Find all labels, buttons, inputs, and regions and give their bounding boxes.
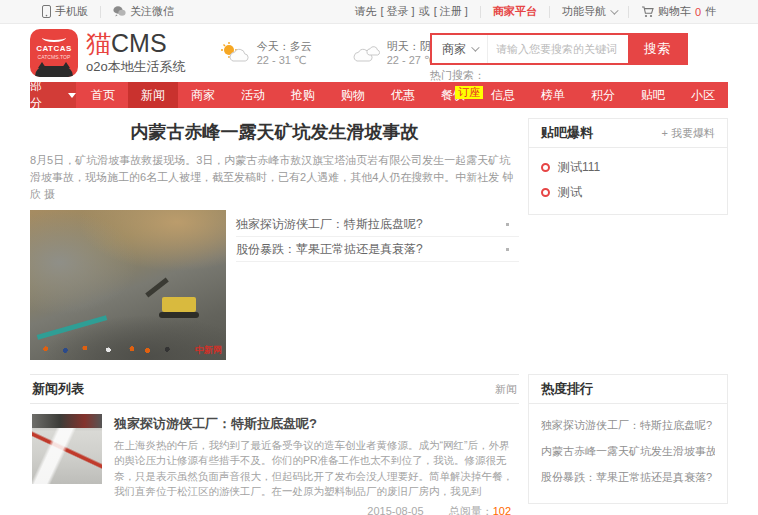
register-link[interactable]: [ 注册 ] [434,4,468,19]
site-name-block: 猫CMS o2o本地生活系统 [86,30,186,76]
nav-item-tieba[interactable]: 贴吧 [628,82,678,108]
site-header: CATCAS CATCMS.TOP 猫CMS o2o本地生活系统 今天：多云 2… [0,24,758,82]
news-views-count: 102 [493,505,511,515]
weather-tomorrow-temp: 22 - 27 ℃ [387,54,437,67]
weather-today-temp: 22 - 31 ℃ [257,54,312,67]
related-link-text: 股份暴跌：苹果正常掂还是真衰落? [236,241,423,258]
login-link[interactable]: [ 登录 ] [380,4,414,19]
logo-domain: CATCMS.TOP [34,54,75,59]
merchant-platform-link[interactable]: 商家平台 [481,0,549,23]
follow-wechat-link[interactable]: 关注微信 [101,0,186,23]
article-image[interactable]: 中新网 [30,210,226,360]
logo-smile-shape [42,33,66,42]
nav-items: 首页 新闻 商家 活动 抢购 购物 优惠 餐饮 信息 榜单 积分 贴吧 小区 [78,82,728,108]
main-nav: 全部分类 首页 新闻 商家 活动 抢购 购物 优惠 餐饮 信息 榜单 积分 贴吧… [30,82,728,108]
cart-label: 购物车 [658,4,691,19]
cloud-icon [350,42,380,64]
nav-item-home[interactable]: 首页 [78,82,128,108]
rank-item[interactable]: 股份暴跌：苹果正常掂还是真衰落? [541,465,715,491]
cart-link[interactable]: 购物车 0 件 [629,0,728,23]
nav-item-news[interactable]: 新闻 [128,82,178,108]
features-nav-dropdown[interactable]: 功能导航 [550,0,628,23]
news-list-section: 新闻列表 新闻 独家探访游侠工厂：特斯拉底盘呢? 在上海炎热的午后，我约到了最近… [30,374,519,515]
site-title: 猫CMS [86,30,186,56]
news-thumbnail-car-chassis[interactable] [32,414,102,484]
news-item: 独家探访游侠工厂：特斯拉底盘呢? 在上海炎热的午后，我约到了最近备受争议的造车创… [30,404,519,515]
main-content: 内蒙古赤峰一露天矿坑发生滑坡事故 8月5日，矿坑滑坡事故救援现场。3日，内蒙古赤… [30,110,728,515]
news-list-title: 新闻列表 [32,380,84,398]
tieba-box: 贴吧爆料 + 我要爆料 测试111 测试 [528,118,728,215]
news-item-title[interactable]: 独家探访游侠工厂：特斯拉底盘呢? [114,415,517,433]
related-link-text: 独家探访游侠工厂：特斯拉底盘呢? [236,216,423,233]
cart-unit: 件 [705,4,716,19]
tieba-list: 测试111 测试 [529,148,727,214]
weather-today-text: 今天：多云 22 - 31 ℃ [257,39,312,67]
cat-icon [35,66,73,77]
search-bar: 商家 搜索 [430,33,688,65]
chevron-down-icon [471,43,479,51]
article-media-row: 中新网 独家探访游侠工厂：特斯拉底盘呢? 股份暴跌：苹果正常掂还是真衰落? [30,210,519,360]
mobile-phone-icon [42,5,51,18]
follow-wechat-label: 关注微信 [130,4,174,19]
mobile-version-link[interactable]: 手机版 [30,0,100,23]
news-more-link[interactable]: 新闻 [495,382,517,397]
nav-item-coupons[interactable]: 优惠 [378,82,428,108]
top-utility-bar: 手机版 关注微信 请先 [ 登录 ] 或 [ 注册 ] 商家平台 功能导航 [0,0,758,24]
hot-ranking-box: 热度排行 独家探访游侠工厂：特斯拉底盘呢? 内蒙古赤峰一露天矿坑发生滑坡事故 股… [528,374,728,504]
hot-ranking-list: 独家探访游侠工厂：特斯拉底盘呢? 内蒙古赤峰一露天矿坑发生滑坡事故 股份暴跌：苹… [529,404,727,503]
tieba-item[interactable]: 测试111 [541,155,715,180]
features-nav-label: 功能导航 [562,4,606,19]
news-views-label: 总阅量： [449,505,493,515]
second-row: 新闻列表 新闻 独家探访游侠工厂：特斯拉底盘呢? 在上海炎热的午后，我约到了最近… [30,374,728,515]
rank-item[interactable]: 内蒙古赤峰一露天矿坑发生滑坡事故 [541,439,715,465]
wechat-icon [113,6,126,17]
search-button[interactable]: 搜索 [628,35,686,63]
search-category-value: 商家 [442,41,466,58]
site-logo[interactable]: CATCAS CATCMS.TOP [30,29,78,77]
nav-item-flash-buy[interactable]: 抢购 [278,82,328,108]
tieba-item[interactable]: 测试 [541,180,715,205]
tieba-item-text: 测试111 [558,159,600,176]
related-link[interactable]: 股份暴跌：苹果正常掂还是真衰落? [236,237,519,262]
related-link[interactable]: 独家探访游侠工厂：特斯拉底盘呢? [236,212,519,237]
sun-cloud-icon [220,42,250,64]
hot-search-label: 热门搜索： [430,68,485,83]
nav-item-shopping[interactable]: 购物 [328,82,378,108]
logo-text: CATCAS [30,44,78,53]
tieba-box-title: 贴吧爆料 [541,124,593,142]
or-text: 或 [419,4,430,19]
nav-item-points[interactable]: 积分 [578,82,628,108]
nav-item-community[interactable]: 小区 [678,82,728,108]
tieba-item-text: 测试 [558,184,582,201]
search-category-dropdown[interactable]: 商家 [432,35,488,63]
sidebar: 贴吧爆料 + 我要爆料 测试111 测试 [528,110,728,360]
article-body: 8月5日，矿坑滑坡事故救援现场。3日，内蒙古赤峰市敖汉旗宝塔油页岩有限公司发生一… [30,152,519,203]
post-tieba-link[interactable]: + 我要爆料 [662,126,715,141]
news-item-meta: 2015-08-05 总阅量：102 [114,504,517,515]
all-categories-button[interactable]: 全部分类 [30,82,76,108]
search-input[interactable] [488,35,628,63]
caret-down-icon [68,93,76,98]
nav-item-info[interactable]: 信息 [478,82,528,108]
hot-ranking-title: 热度排行 [541,380,593,398]
excavator-shape [162,297,196,312]
red-ring-icon [541,163,550,172]
first-row: 内蒙古赤峰一露天矿坑发生滑坡事故 8月5日，矿坑滑坡事故救援现场。3日，内蒙古赤… [30,110,728,360]
weather-today-label: 今天：多云 [257,39,312,54]
weather-tomorrow-label: 明天：阴 [387,39,437,54]
article-title: 内蒙古赤峰一露天矿坑发生滑坡事故 [30,120,519,144]
mobile-version-label: 手机版 [55,4,88,19]
cart-icon [641,6,654,18]
nav-item-activities[interactable]: 活动 [228,82,278,108]
pipeline-shape [37,315,108,340]
nav-item-merchants[interactable]: 商家 [178,82,228,108]
hot-ranking-header: 热度排行 [529,375,727,404]
news-item-content: 独家探访游侠工厂：特斯拉底盘呢? 在上海炎热的午后，我约到了最近备受争议的造车创… [114,414,517,515]
rank-item[interactable]: 独家探访游侠工厂：特斯拉底盘呢? [541,413,715,439]
weather-today: 今天：多云 22 - 31 ℃ [220,39,312,67]
nav-item-rankings[interactable]: 榜单 [528,82,578,108]
weather-widget: 今天：多云 22 - 31 ℃ 明天：阴 22 - 27 ℃ [220,39,437,67]
bullet-icon [506,248,509,251]
red-ring-icon [541,188,550,197]
hot-search-tag[interactable]: 订座 [455,86,483,99]
